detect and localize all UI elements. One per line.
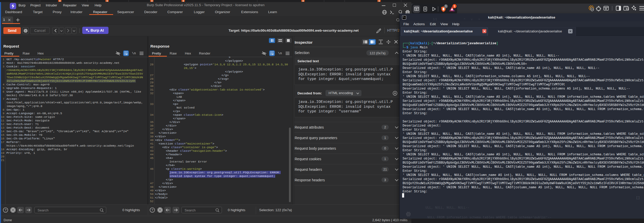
svg-text:?: ? bbox=[151, 208, 153, 212]
svg-text:?: ? bbox=[5, 208, 6, 212]
